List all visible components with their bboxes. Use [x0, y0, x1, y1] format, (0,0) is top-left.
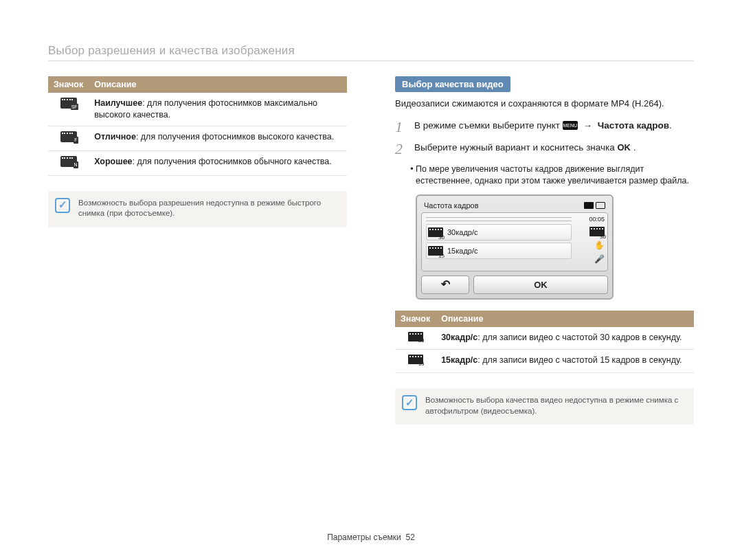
- step2-text-b: .: [633, 142, 636, 153]
- step1-term: Частота кадров: [598, 120, 669, 131]
- note-text: Возможность выбора разрешения недоступна…: [78, 199, 321, 218]
- info-icon: ✓: [402, 395, 417, 410]
- section-heading: Выбор качества видео: [395, 76, 510, 92]
- menu-icon: MENU: [563, 121, 578, 130]
- step1-text-a: В режиме съемки выберите пункт: [414, 120, 563, 131]
- arrow-icon: →: [580, 120, 595, 131]
- hand-icon: ✋: [594, 240, 605, 250]
- left-column: Значок Описание SF Наилучшее: для получе…: [48, 76, 347, 425]
- step-number: 1: [395, 120, 407, 135]
- step1-text-c: .: [669, 120, 672, 131]
- footer-section: Параметры съемки: [327, 533, 401, 542]
- step-2: 2 Выберите нужный вариант и коснитесь зн…: [395, 142, 694, 157]
- ok-icon: OK: [617, 142, 631, 154]
- page-footer: Параметры съемки 52: [0, 533, 742, 542]
- ok-button[interactable]: OK: [473, 276, 608, 294]
- table-row: SF Наилучшее: для получения фотоснимков …: [48, 93, 347, 126]
- quality-icon-sf: SF: [60, 98, 77, 109]
- table-row: 15 15кадр/с: для записи видео с частотой…: [395, 350, 694, 373]
- note-box: ✓ Возможность выбора качества видео недо…: [395, 388, 694, 425]
- table-row: F Отличное: для получения фотоснимков вы…: [48, 126, 347, 150]
- step2-text-a: Выберите нужный вариант и коснитесь знач…: [414, 142, 617, 153]
- bullet-list: По мере увеличения частоты кадров движен…: [416, 164, 694, 188]
- term: 30кадр/с: [441, 333, 477, 342]
- desc: : для записи видео с частотой 15 кадров …: [477, 355, 682, 365]
- right-column: Выбор качества видео Видеозаписи сжимают…: [395, 76, 694, 425]
- page-title: Выбор разрешения и качества изображения: [48, 44, 694, 58]
- film-icon-30: 30: [408, 332, 423, 341]
- quality-icon-n: N: [60, 156, 77, 167]
- storage-icon: [584, 202, 594, 209]
- opt-label: 15кадр/с: [447, 247, 478, 255]
- film-side-icon: 30: [589, 227, 605, 236]
- footer-page: 52: [406, 533, 415, 542]
- opt-label: 30кадр/с: [447, 228, 478, 236]
- info-icon: ✓: [55, 198, 70, 213]
- title-divider: [48, 60, 694, 61]
- th-icon: Значок: [395, 311, 436, 327]
- desc: : для получения фотоснимков обычного кач…: [133, 157, 332, 166]
- rec-time: 00:05: [589, 216, 605, 223]
- step-1: 1 В режиме съемки выберите пункт MENU → …: [395, 120, 694, 135]
- battery-icon: [596, 202, 605, 209]
- term: Наилучшее: [94, 98, 142, 108]
- fps-option-15[interactable]: 15 15кадр/с: [426, 243, 572, 259]
- th-icon: Значок: [48, 76, 89, 93]
- desc: : для записи видео с частотой 30 кадров …: [477, 333, 682, 342]
- device-screenshot: Частота кадров 30 30кадр/с 15 15ка: [416, 194, 614, 300]
- term: Отличное: [94, 132, 136, 142]
- table-row: 30 30кадр/с: для записи видео с частотой…: [395, 327, 694, 350]
- film-icon-15: 15: [408, 355, 423, 364]
- step-number: 2: [395, 142, 407, 157]
- note-box: ✓ Возможность выбора разрешения недоступ…: [48, 191, 347, 227]
- table-row: N Хорошее: для получения фотоснимков обы…: [48, 150, 347, 175]
- quality-icon-f: F: [60, 131, 77, 142]
- mic-icon: 🎤: [594, 254, 605, 264]
- back-button[interactable]: ↶: [421, 276, 469, 294]
- th-desc: Описание: [89, 76, 347, 93]
- th-desc: Описание: [436, 311, 694, 327]
- film-icon: 15: [428, 246, 443, 256]
- film-icon: 30: [428, 227, 443, 237]
- term: 15кадр/с: [441, 355, 477, 365]
- note-text: Возможность выбора качества видео недост…: [425, 396, 678, 415]
- quality-table: Значок Описание SF Наилучшее: для получе…: [48, 76, 347, 176]
- bullet-item: По мере увеличения частоты кадров движен…: [416, 164, 694, 188]
- desc: : для получения фотоснимков высокого кач…: [136, 132, 334, 142]
- lead-text: Видеозаписи сжимаются и сохраняются в фо…: [395, 98, 694, 110]
- fps-table: Значок Описание 30 30кадр/с: для записи …: [395, 311, 694, 374]
- fps-option-30[interactable]: 30 30кадр/с: [426, 224, 572, 240]
- term: Хорошее: [94, 157, 132, 166]
- device-title: Частота кадров: [424, 201, 479, 210]
